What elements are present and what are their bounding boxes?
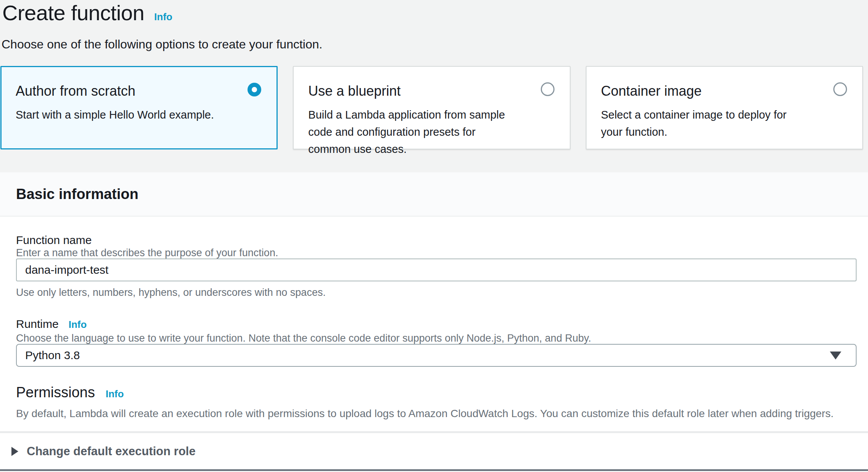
creation-option-cards: Author from scratch Start with a simple … xyxy=(0,66,863,149)
runtime-label: Runtime xyxy=(16,317,59,331)
option-card-description: Start with a simple Hello World example. xyxy=(16,106,262,124)
runtime-selected-value: Python 3.8 xyxy=(25,349,80,362)
runtime-field: Runtime Info Choose the language to use … xyxy=(16,317,857,367)
basic-information-header: Basic information xyxy=(0,172,868,217)
permissions-heading: Permissions xyxy=(16,384,95,401)
basic-information-panel: Basic information Function name Enter a … xyxy=(0,172,868,471)
page-title-info-link[interactable]: Info xyxy=(154,11,172,23)
option-card-author-from-scratch[interactable]: Author from scratch Start with a simple … xyxy=(0,66,278,149)
function-name-field: Function name Enter a name that describe… xyxy=(16,233,857,298)
change-default-execution-role-expander[interactable]: Change default execution role xyxy=(0,433,868,469)
runtime-description: Choose the language to use to write your… xyxy=(16,332,857,344)
page-header: Create function Info xyxy=(0,0,868,25)
basic-information-body: Function name Enter a name that describe… xyxy=(0,217,868,431)
page-subtitle: Choose one of the following options to c… xyxy=(2,37,868,52)
expand-caret-icon xyxy=(11,447,18,456)
chevron-down-icon xyxy=(830,352,841,360)
page-title: Create function xyxy=(2,1,144,25)
function-name-description: Enter a name that describes the purpose … xyxy=(16,247,857,258)
radio-unselected-icon[interactable] xyxy=(541,82,555,96)
option-card-container-image[interactable]: Container image Select a container image… xyxy=(586,66,863,149)
function-name-label: Function name xyxy=(16,233,857,247)
runtime-info-link[interactable]: Info xyxy=(69,319,87,331)
expander-label: Change default execution role xyxy=(27,445,196,458)
option-card-description: Select a container image to deploy for y… xyxy=(601,106,847,141)
basic-information-heading: Basic information xyxy=(16,186,138,202)
permissions-description: By default, Lambda will create an execut… xyxy=(16,408,857,420)
option-card-title: Author from scratch xyxy=(16,83,262,100)
function-name-constraint: Use only letters, numbers, hyphens, or u… xyxy=(16,287,857,298)
option-card-description: Build a Lambda application from sample c… xyxy=(308,106,554,158)
permissions-section: Permissions Info By default, Lambda will… xyxy=(16,384,857,420)
runtime-select[interactable]: Python 3.8 xyxy=(16,344,857,367)
option-card-title: Container image xyxy=(601,83,847,100)
permissions-info-link[interactable]: Info xyxy=(106,388,124,400)
option-card-title: Use a blueprint xyxy=(308,83,554,100)
radio-unselected-icon[interactable] xyxy=(833,82,847,96)
option-card-use-a-blueprint[interactable]: Use a blueprint Build a Lambda applicati… xyxy=(293,66,570,149)
function-name-input[interactable] xyxy=(16,258,857,281)
